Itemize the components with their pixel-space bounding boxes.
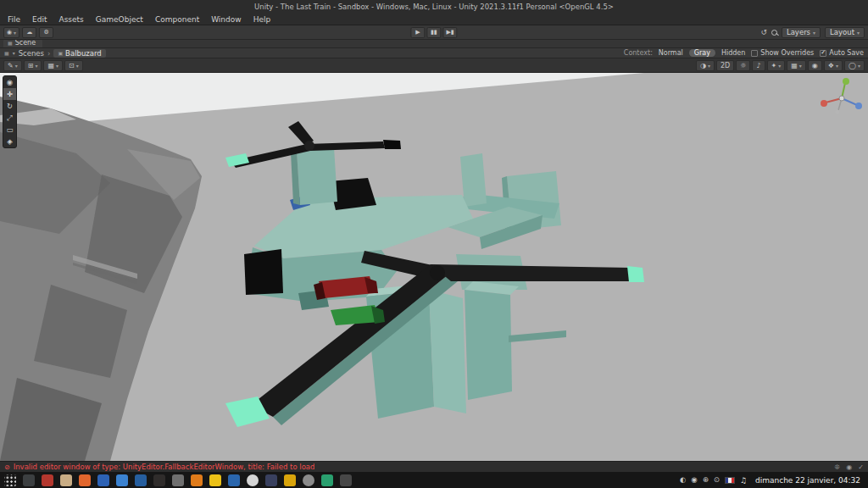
search-icon[interactable]	[771, 30, 777, 36]
breadcrumb-current-scene[interactable]: ▣ Balbuzard	[53, 49, 105, 58]
chevron-down-icon: ▾	[35, 63, 37, 69]
taskbar-app-icon[interactable]	[116, 474, 128, 486]
tool-settings-dropdown[interactable]: ✎ ▾	[3, 60, 22, 71]
layers-dropdown[interactable]: Layers ▾	[782, 27, 821, 38]
taskbar-app-icon[interactable]	[153, 474, 165, 486]
taskbar-app-icon[interactable]	[97, 474, 109, 486]
pivot-dropdown[interactable]: ⊡ ▾	[64, 60, 83, 71]
unity-editor-window: Unity - The Last Train - Sandbox - Windo…	[0, 0, 868, 488]
context-label: Context:	[624, 49, 653, 57]
taskbar-clock[interactable]: dimanche 22 janvier, 04:32	[752, 476, 864, 485]
layout-dropdown[interactable]: Layout ▾	[825, 27, 865, 38]
menu-file[interactable]: File	[2, 15, 26, 24]
menu-component[interactable]: Component	[149, 15, 205, 24]
camera-icon: ◯	[849, 62, 856, 69]
context-option-hidden[interactable]: Hidden	[721, 49, 745, 57]
effects-icon: ✦	[771, 62, 777, 69]
draw-mode-dropdown[interactable]: ◑ ▾	[696, 60, 715, 71]
menu-edit[interactable]: Edit	[26, 15, 53, 24]
taskbar-app-icon[interactable]	[172, 474, 184, 486]
2d-toggle[interactable]: 2D	[716, 60, 734, 71]
grid-snap-dropdown[interactable]: ⊞ ▾	[24, 60, 42, 71]
taskbar-app-icon[interactable]	[79, 474, 91, 486]
play-button[interactable]: ▶	[410, 27, 425, 38]
undo-history-icon[interactable]: ↺	[760, 28, 767, 36]
keyboard-layout-flag-icon[interactable]	[725, 477, 735, 484]
tab-scene[interactable]: ▦ Scene	[3, 39, 42, 47]
context-controls: Context: Normal Gray Hidden Show Overrid…	[624, 49, 864, 57]
view-tool-button[interactable]: ◉	[3, 76, 16, 88]
breadcrumb-grid-icon[interactable]: ▦	[4, 50, 9, 56]
transform-tool-button[interactable]: ◈	[3, 136, 16, 147]
chevron-down-icon: ▾	[14, 30, 16, 36]
grid-visibility-dropdown[interactable]: ▦ ▾	[787, 60, 806, 71]
taskbar-app-icon[interactable]	[23, 474, 35, 486]
taskbar-app-icon[interactable]	[303, 474, 314, 486]
tray-status-icon[interactable]: ◉	[691, 476, 697, 484]
scene-3d-render[interactable]	[0, 73, 868, 461]
app-launcher-icon[interactable]	[4, 474, 16, 486]
taskbar-app-icon[interactable]	[284, 474, 296, 486]
tray-volume-icon[interactable]: ⊙	[714, 476, 720, 484]
step-button[interactable]: ▶▮	[442, 27, 457, 38]
effects-dropdown[interactable]: ✦ ▾	[767, 60, 786, 71]
scale-tool-button[interactable]: ⤢	[3, 112, 16, 124]
scene-icon: ▦	[8, 40, 13, 46]
menu-gameobject[interactable]: GameObject	[90, 15, 149, 24]
cloud-button[interactable]: ☁	[22, 27, 36, 38]
taskbar-app-icon[interactable]	[60, 474, 72, 486]
scale-tool-icon: ⤢	[7, 114, 13, 123]
taskbar-app-icon[interactable]	[191, 474, 203, 486]
scene-viewport[interactable]: ◉ ✛ ↻ ⤢ ▭ ◈	[0, 73, 868, 461]
chevron-down-icon: ▾	[76, 63, 79, 69]
context-option-normal[interactable]: Normal	[659, 49, 683, 57]
tray-user-icon[interactable]: ◐	[680, 476, 686, 484]
show-overrides-checkbox[interactable]: Show Overrides	[751, 49, 814, 57]
audio-toggle[interactable]: ♪	[752, 60, 765, 71]
cloud-icon: ☁	[26, 29, 32, 36]
menu-help[interactable]: Help	[248, 15, 277, 24]
account-button[interactable]: ◉ ▾	[3, 27, 19, 38]
chevron-down-icon: ▾	[858, 63, 860, 69]
taskbar-app-icon[interactable]	[228, 474, 240, 486]
taskbar-app-icon[interactable]	[265, 474, 277, 486]
move-tool-button[interactable]: ✛	[3, 88, 16, 100]
float-rear	[465, 290, 512, 400]
notifications-icon[interactable]: ◉	[846, 463, 852, 471]
menu-window[interactable]: Window	[205, 15, 248, 24]
pivot-icon: ⊡	[69, 62, 75, 69]
taskbar-app-icon[interactable]	[42, 474, 53, 486]
taskbar-app-icon[interactable]	[209, 474, 221, 486]
breadcrumb-row: ▦ ▾ Scenes › ▣ Balbuzard Context: Normal…	[0, 48, 868, 58]
error-icon: ⊘	[4, 463, 10, 471]
pencil-icon: ✎	[8, 62, 14, 69]
pause-button[interactable]: ▮▮	[426, 27, 441, 38]
gear-icon: ⚙	[43, 29, 48, 36]
console-error-message[interactable]: ⊘ Invalid editor window of type: UnityEd…	[4, 463, 314, 471]
activity-icon[interactable]: ❊	[835, 463, 841, 471]
music-note-icon[interactable]: ♫	[740, 476, 747, 485]
menu-assets[interactable]: Assets	[53, 15, 90, 24]
taskbar-app-icon[interactable]	[135, 474, 147, 486]
dock-tab-row: ▦ Scene	[0, 40, 868, 48]
taskbar-app-icon[interactable]	[321, 474, 333, 486]
context-option-gray[interactable]: Gray	[689, 49, 715, 57]
gizmos-dropdown[interactable]: ❖ ▾	[824, 60, 843, 71]
breadcrumb-root[interactable]: Scenes	[19, 49, 44, 58]
tool-palette: ◉ ✛ ↻ ⤢ ▭ ◈	[3, 75, 17, 148]
tray-network-icon[interactable]: ⊕	[703, 476, 709, 484]
scene-visibility-toggle[interactable]: ◉	[808, 60, 822, 71]
lighting-toggle[interactable]: ☼	[736, 60, 750, 71]
services-button[interactable]: ⚙	[39, 27, 53, 38]
auto-save-checkbox[interactable]: ✓ Auto Save	[820, 49, 864, 57]
eye-icon: ◉	[812, 62, 818, 69]
snap-settings-dropdown[interactable]: ▦ ▾	[43, 60, 63, 71]
move-tool-icon: ✛	[7, 90, 13, 98]
light-icon: ☼	[740, 62, 746, 69]
taskbar-app-icon[interactable]	[247, 474, 259, 486]
chevron-down-icon: ▾	[799, 63, 802, 69]
rotate-tool-button[interactable]: ↻	[3, 100, 16, 112]
rect-tool-button[interactable]: ▭	[3, 124, 16, 136]
taskbar-app-icon[interactable]	[340, 474, 352, 486]
camera-settings-dropdown[interactable]: ◯ ▾	[844, 60, 865, 71]
